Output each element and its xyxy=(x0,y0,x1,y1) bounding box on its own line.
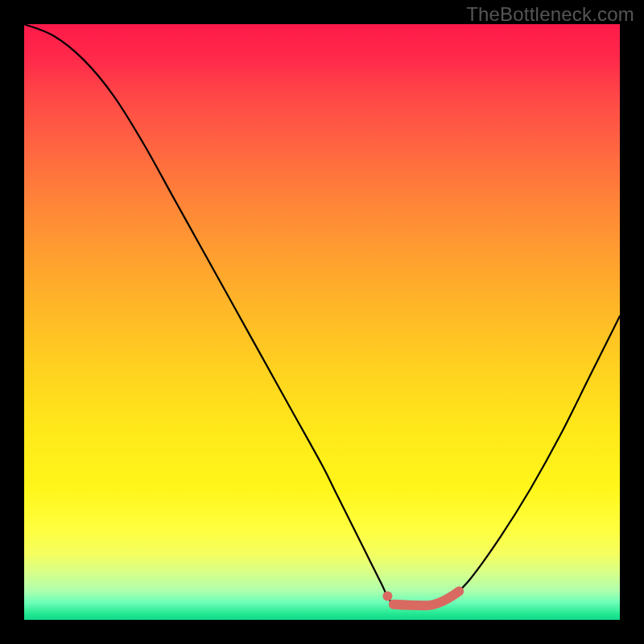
marker-bar xyxy=(394,591,459,605)
chart-frame: TheBottleneck.com xyxy=(0,0,644,644)
plot-area xyxy=(24,24,620,620)
chart-svg xyxy=(24,24,620,620)
watermark-text: TheBottleneck.com xyxy=(466,3,634,26)
curve-path xyxy=(24,24,620,606)
marker-group xyxy=(382,591,459,605)
marker-dot xyxy=(382,591,392,601)
